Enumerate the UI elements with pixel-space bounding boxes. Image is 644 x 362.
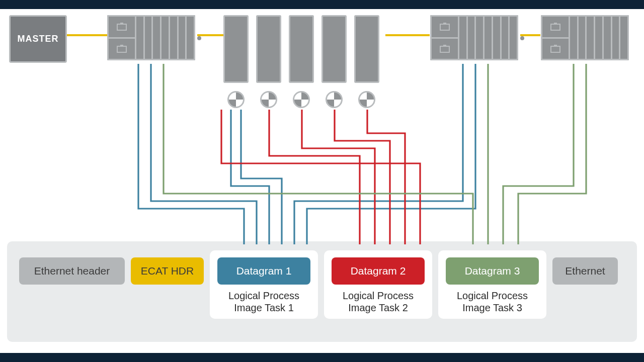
svg-rect-3 — [120, 45, 123, 47]
io-coupler-2 — [430, 15, 518, 60]
svg-rect-11 — [554, 45, 557, 47]
datagram-2-subtitle: Logical Process Image Task 2 — [331, 290, 425, 314]
device-row: MASTER — [0, 15, 644, 116]
datagram-3-block: Datagram 3 Logical Process Image Task 3 — [438, 250, 546, 319]
datagram-2-pill: Datagram 2 — [332, 257, 425, 285]
svg-rect-6 — [440, 46, 449, 52]
ethercat-frame: Ethernet header ECAT HDR Datagram 1 Logi… — [7, 241, 637, 342]
datagram-1-block: Datagram 1 Logical Process Image Task 1 — [210, 250, 318, 319]
ethernet-port-icon — [542, 17, 569, 39]
svg-rect-5 — [443, 23, 446, 25]
svg-rect-4 — [440, 24, 449, 30]
svg-rect-2 — [117, 46, 126, 52]
io-coupler-3 — [541, 15, 629, 60]
coupler-dot-icon — [520, 36, 524, 40]
svg-rect-7 — [443, 45, 446, 47]
datagram-2-block: Datagram 2 Logical Process Image Task 2 — [324, 250, 432, 319]
coupler-dot-icon — [197, 36, 201, 40]
ecat-header-field: ECAT HDR — [131, 257, 204, 285]
ethernet-trailer-field: Ethernet — [552, 257, 618, 285]
datagram-3-pill: Datagram 3 — [446, 257, 539, 285]
svg-rect-8 — [551, 24, 560, 30]
master-node: MASTER — [9, 15, 67, 63]
svg-rect-10 — [551, 46, 560, 52]
datagram-1-pill: Datagram 1 — [217, 257, 310, 285]
servo-drive — [321, 15, 347, 83]
servo-drive — [256, 15, 281, 83]
servo-drive — [354, 15, 379, 83]
ethernet-port-icon — [432, 17, 458, 39]
ethernet-port-icon — [542, 39, 569, 59]
top-border-bar — [0, 0, 644, 9]
bottom-border-bar — [0, 353, 644, 362]
servo-drive — [223, 15, 249, 83]
svg-rect-0 — [117, 24, 126, 30]
motor-icon — [326, 91, 343, 108]
svg-rect-9 — [554, 23, 557, 25]
io-coupler-1 — [107, 15, 195, 60]
svg-rect-1 — [120, 23, 123, 25]
servo-drives — [223, 15, 379, 83]
motor-icon — [227, 91, 245, 108]
servo-drive — [289, 15, 314, 83]
datagram-3-subtitle: Logical Process Image Task 3 — [445, 290, 539, 314]
datagram-1-subtitle: Logical Process Image Task 1 — [217, 290, 311, 314]
motor-icon — [293, 91, 310, 108]
ethernet-header-field: Ethernet header — [19, 257, 125, 285]
motor-icon — [358, 91, 375, 108]
ethernet-port-icon — [109, 17, 135, 39]
motor-icon — [260, 91, 277, 108]
ethernet-port-icon — [432, 39, 458, 59]
ethernet-port-icon — [109, 39, 135, 59]
